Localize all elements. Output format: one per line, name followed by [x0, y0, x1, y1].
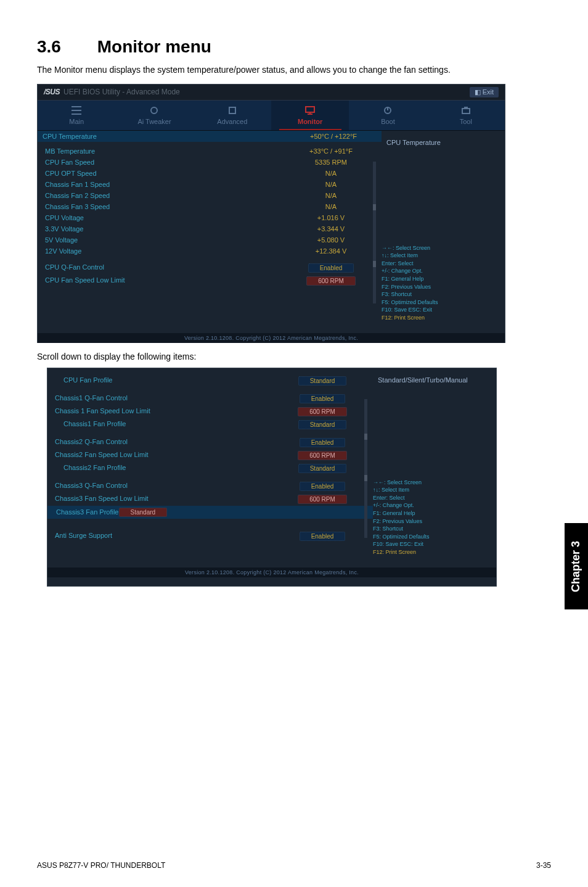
- chassis-profile-row[interactable]: Chassis1 Fan ProfileStandard: [55, 418, 365, 431]
- asus-logo: /SUS: [44, 88, 60, 96]
- list-icon: [70, 105, 83, 115]
- bios-right-column: CPU Temperature →←: Select Screen↑↓: Sel…: [374, 137, 497, 328]
- bios2-right-column: Standard/Silent/Turbo/Manual →←: Select …: [365, 374, 489, 563]
- help-keys: →←: Select Screen↑↓: Select ItemEnter: S…: [382, 244, 497, 322]
- svg-point-0: [151, 107, 157, 113]
- monitor-icon: [304, 105, 316, 115]
- qfan-value: Enabled: [308, 263, 354, 273]
- intro-text: The Monitor menu displays the system tem…: [37, 64, 551, 76]
- cpu-fan-profile-row[interactable]: CPU Fan ProfileStandard: [55, 374, 365, 387]
- scrollbar-2[interactable]: [364, 399, 367, 538]
- section-heading: 3.6 Monitor menu: [37, 37, 551, 57]
- status-row: CPU Voltage+1.016 V: [45, 212, 374, 223]
- status-row: Chassis Fan 1 SpeedN/A: [45, 179, 374, 190]
- cpu-qfan-row[interactable]: CPU Q-Fan ControlEnabled: [45, 262, 374, 274]
- tab-main[interactable]: Main: [38, 101, 115, 130]
- chassis-qfan-row[interactable]: Chassis3 Q-Fan ControlEnabled: [55, 480, 365, 493]
- scroll-down-text: Scroll down to display the following ite…: [37, 352, 551, 361]
- bios2-left-column: CPU Fan ProfileStandard Chassis1 Q-Fan C…: [55, 374, 365, 563]
- bios-copyright: Version 2.10.1208. Copyright (C) 2012 Am…: [38, 333, 505, 343]
- exit-button[interactable]: ◧ Exit: [470, 87, 499, 97]
- page: 3.6 Monitor menu The Monitor menu displa…: [0, 0, 588, 887]
- profile-info-text: Standard/Silent/Turbo/Manual: [373, 374, 489, 386]
- status-row: CPU OPT SpeedN/A: [45, 168, 374, 179]
- status-row: Chassis Fan 3 SpeedN/A: [45, 201, 374, 212]
- tab-boot[interactable]: Boot: [349, 101, 427, 130]
- exit-icon: ◧: [475, 88, 483, 96]
- bios-tabs: Main Ai Tweaker Advanced Monitor Boot To…: [38, 100, 505, 131]
- lowlimit-value: 600 RPM: [306, 276, 356, 286]
- footer-product: ASUS P8Z77-V PRO/ THUNDERBOLT: [37, 861, 165, 870]
- help-keys-2: →←: Select Screen↑↓: Select ItemEnter: S…: [373, 479, 489, 556]
- tab-advanced[interactable]: Advanced: [194, 101, 271, 130]
- page-footer: ASUS P8Z77-V PRO/ THUNDERBOLT 3-35: [37, 861, 551, 870]
- status-row: CPU Fan Speed5335 RPM: [45, 157, 374, 168]
- wrench-icon: [148, 105, 160, 115]
- bios-panel: CPU Temperature +50°C / +122°F MB Temper…: [38, 131, 505, 333]
- status-row: Chassis Fan 2 SpeedN/A: [45, 190, 374, 201]
- chassis-profile-row[interactable]: Chassis2 Fan ProfileStandard: [55, 462, 365, 475]
- chip-icon: [226, 105, 239, 115]
- bios-panel-2: CPU Fan ProfileStandard Chassis1 Q-Fan C…: [47, 368, 496, 567]
- status-row: 5V Voltage+5.080 V: [45, 234, 374, 245]
- cpu-fan-lowlimit-row[interactable]: CPU Fan Speed Low Limit600 RPM: [45, 274, 374, 287]
- svg-rect-1: [229, 107, 235, 113]
- chassis-lowlimit-row[interactable]: Chassis 1 Fan Speed Low Limit600 RPM: [55, 405, 365, 418]
- section-title: Monitor menu: [97, 37, 211, 56]
- svg-rect-2: [306, 107, 314, 112]
- bios-screenshot-1: /SUS UEFI BIOS Utility - Advanced Mode ◧…: [37, 84, 505, 343]
- tab-ai-tweaker[interactable]: Ai Tweaker: [115, 101, 193, 130]
- chassis-lowlimit-row[interactable]: Chassis3 Fan Speed Low Limit600 RPM: [55, 493, 365, 506]
- anti-surge-row[interactable]: Anti Surge SupportEnabled: [55, 530, 365, 543]
- chassis-qfan-row[interactable]: Chassis2 Q-Fan ControlEnabled: [55, 436, 365, 449]
- chassis-profile-row[interactable]: Chassis3 Fan ProfileStandard: [47, 506, 373, 519]
- footer-page-number: 3-35: [536, 861, 551, 870]
- scrollbar[interactable]: [373, 162, 376, 303]
- status-row: 12V Voltage+12.384 V: [45, 245, 374, 257]
- cpu-temp-value: +50°C / +122°F: [290, 133, 377, 140]
- svg-rect-4: [462, 109, 470, 113]
- chassis-lowlimit-row[interactable]: Chassis2 Fan Speed Low Limit600 RPM: [55, 449, 365, 462]
- bios-title-text: UEFI BIOS Utility - Advanced Mode: [63, 88, 180, 96]
- chapter-tab: Chapter 3: [565, 523, 588, 609]
- bios-copyright-2: Version 2.10.1208. Copyright (C) 2012 Am…: [47, 567, 496, 577]
- status-row: MB Temperature+33°C / +91°F: [45, 146, 374, 157]
- power-icon: [382, 105, 394, 115]
- bios-screenshot-2: CPU Fan ProfileStandard Chassis1 Q-Fan C…: [47, 368, 497, 587]
- bios-left-column: CPU Temperature +50°C / +122°F MB Temper…: [45, 137, 374, 328]
- tab-tool[interactable]: Tool: [427, 101, 505, 130]
- cpu-temp-header[interactable]: CPU Temperature +50°C / +122°F: [38, 131, 382, 142]
- chassis-qfan-row[interactable]: Chassis1 Q-Fan ControlEnabled: [55, 392, 365, 405]
- bios-titlebar: /SUS UEFI BIOS Utility - Advanced Mode ◧…: [38, 85, 505, 100]
- toolbox-icon: [460, 105, 472, 115]
- right-info-header: CPU Temperature: [382, 137, 497, 148]
- status-row: 3.3V Voltage+3.344 V: [45, 223, 374, 234]
- tab-monitor[interactable]: Monitor: [271, 101, 349, 130]
- section-number: 3.6: [37, 37, 92, 57]
